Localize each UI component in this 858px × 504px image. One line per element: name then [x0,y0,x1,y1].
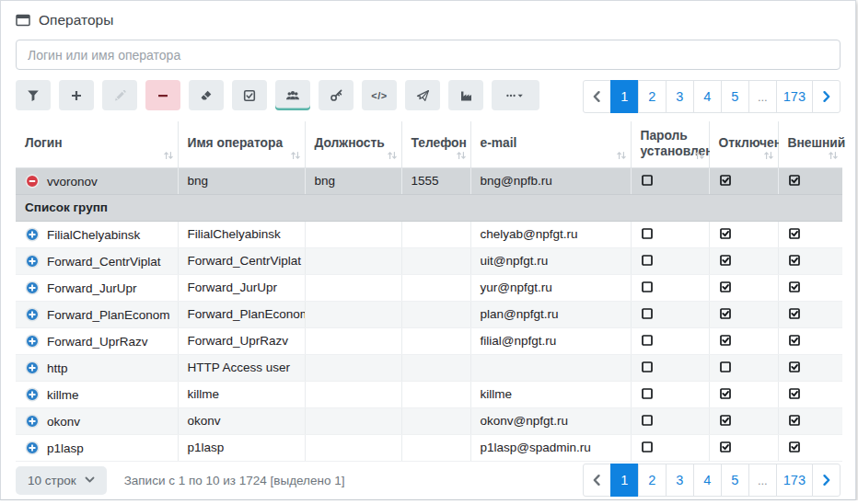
page-button-4[interactable]: 4 [693,80,722,113]
checkbox-checked-icon [719,387,732,400]
edit-button[interactable] [102,80,137,110]
select-button[interactable] [232,80,267,110]
column-label: Должность [315,136,385,150]
check-square-icon [243,89,256,102]
table-row[interactable]: okonvokonvokonv@npfgt.ru [16,407,842,434]
pencil-icon [113,89,126,102]
paper-plane-icon [416,89,430,102]
cell-email: okonv@npfgt.ru [481,414,569,428]
page-size-select[interactable]: 10 строк [16,466,107,495]
table-row[interactable]: Forward_JurUprForward_JurUpryur@npfgt.ru [16,274,842,301]
table-row[interactable]: Forward_CentrViplatForward_CentrViplatui… [16,247,842,274]
column-header-disabled[interactable]: Отключен [709,121,778,167]
page-button-173[interactable]: 173 [776,464,813,497]
checkbox-checked-icon [719,441,732,453]
cell-name: Forward_UprRazv [188,334,289,348]
page-button-1[interactable]: 1 [610,464,639,497]
column-label: Телефон [412,136,467,150]
page-button-5[interactable]: 5 [721,464,749,497]
prev-page-button[interactable] [583,464,611,497]
checkbox-checked-icon [719,414,732,427]
delete-button[interactable] [145,80,180,110]
column-header-email[interactable]: e-mail [470,121,631,167]
checkbox-checked-icon [788,254,801,267]
cell-email: p1lasp@spadmin.ru [481,441,591,454]
column-header-external[interactable]: Внешний [778,121,842,167]
checkbox-unchecked-icon [641,387,654,400]
table-row[interactable]: Forward_UprRazvForward_UprRazvfilial@npf… [16,327,842,354]
page-button-2[interactable]: 2 [638,80,667,113]
cell-name: Forward_CentrViplat [188,254,302,268]
next-page-button[interactable] [812,80,841,113]
eraser-icon [200,89,213,102]
cell-login: Forward_CentrViplat [47,255,161,269]
plus-circle-icon[interactable] [25,414,40,429]
cell-phone: 1555 [412,174,439,188]
table-row[interactable]: Forward_PlanEconomForward_PlanEconomplan… [16,301,842,327]
checkbox-checked-icon [719,334,732,347]
checkbox-checked-icon [788,281,801,293]
checkbox-unchecked-icon [641,174,654,187]
plus-circle-icon[interactable] [25,334,40,349]
page-button-173[interactable]: 173 [776,80,813,113]
table-row[interactable]: httpHTTP Access user [16,354,842,381]
plus-circle-icon[interactable] [25,441,40,455]
more-button[interactable] [492,80,539,110]
table-row[interactable]: p1laspp1laspp1lasp@spadmin.ru [16,434,842,461]
checkbox-checked-icon [719,254,732,267]
table-row[interactable]: FilialChelyabinskFilialChelyabinskchelya… [16,221,842,247]
minus-circle-icon[interactable] [25,174,40,189]
cell-login: vvoronov [47,175,98,189]
groups-button[interactable] [275,80,310,110]
password-button[interactable] [319,80,354,110]
cell-name: p1lasp [188,441,225,454]
sort-icon [163,150,174,161]
export-button[interactable] [448,80,483,110]
search-area [1,38,855,78]
checkbox-checked-icon [788,441,801,453]
table-row[interactable]: vvoronovbngbng1555bng@npfb.ru [16,167,842,194]
title-bar: Операторы [1,1,855,38]
add-button[interactable] [59,80,94,110]
cell-name: Forward_PlanEconom [188,307,306,321]
page-button-2[interactable]: 2 [638,464,667,497]
column-header-phone[interactable]: Телефон [401,121,470,167]
page-button-3[interactable]: 3 [666,464,694,497]
plus-circle-icon[interactable] [25,281,40,295]
code-button[interactable]: </> [362,80,397,110]
toolbar-buttons: </> [16,80,539,110]
users-icon [285,89,300,102]
column-header-login[interactable]: Логин [16,121,178,167]
column-header-name[interactable]: Имя оператора [178,121,305,167]
cell-login: Forward_PlanEconom [47,308,170,322]
page-button-3[interactable]: 3 [666,80,694,113]
clear-button[interactable] [189,80,224,110]
search-input[interactable] [16,40,841,70]
prev-page-button[interactable] [583,80,611,113]
column-header-password_set[interactable]: Пароль установлен [631,121,709,167]
page-ellipsis: ... [748,464,777,497]
checkbox-unchecked-icon [641,281,654,293]
cell-name: okonv [188,414,221,428]
plus-circle-icon[interactable] [25,307,40,322]
filter-button[interactable] [16,80,51,110]
cell-name: HTTP Access user [188,361,291,374]
send-button[interactable] [405,80,440,110]
table-row[interactable]: killmekillmekillme [16,381,842,407]
page-button-4[interactable]: 4 [693,464,722,497]
column-header-position[interactable]: Должность [305,121,401,167]
toolbar: </> 12345...173 [1,78,855,121]
page-button-1[interactable]: 1 [610,80,639,113]
plus-circle-icon[interactable] [25,254,40,269]
footer: 10 строк Записи с 1 по 10 из 1724 [выдел… [1,462,855,500]
table-header-row: ЛогинИмя оператораДолжностьТелефонe-mail… [16,121,842,167]
cell-position: bng [315,174,336,188]
checkbox-unchecked-icon [641,227,654,240]
cell-email: filial@npfgt.ru [481,334,557,348]
next-page-button[interactable] [812,464,841,497]
plus-circle-icon[interactable] [25,361,40,375]
page-button-5[interactable]: 5 [721,80,749,113]
checkbox-checked-icon [788,387,801,400]
plus-circle-icon[interactable] [25,227,40,242]
plus-circle-icon[interactable] [25,387,40,402]
